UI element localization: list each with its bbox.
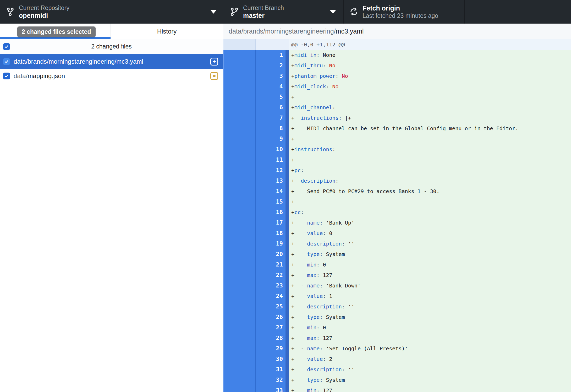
diff-line-content: + instructions: |+ (289, 113, 571, 123)
diff-line-gutter[interactable]: 23 (223, 280, 285, 291)
diff-line[interactable]: 27+ min: 0 (223, 322, 571, 333)
diff-line[interactable]: 8+ MIDI channel can be set in the Global… (223, 123, 571, 134)
diff-line-gutter[interactable]: 15 (223, 197, 285, 207)
diff-line-gutter[interactable]: 26 (223, 312, 285, 322)
repo-forked-icon (6, 7, 15, 17)
diff-line[interactable]: 26+ type: System (223, 312, 571, 322)
diff-line-gutter[interactable]: 31 (223, 364, 285, 375)
diff-line[interactable]: 33+ min: 127 (223, 385, 571, 392)
diff-line[interactable]: 20+ type: System (223, 249, 571, 259)
diff-line-content: + - name: 'Set Toggle (All Presets)' (289, 343, 571, 354)
diff-line[interactable]: 28+ max: 127 (223, 333, 571, 343)
diff-line-gutter[interactable]: 18 (223, 228, 285, 238)
diff-line-gutter[interactable]: 22 (223, 270, 285, 280)
diff-line-gutter[interactable]: 19 (223, 238, 285, 249)
hunk-gutter[interactable] (223, 39, 285, 50)
diff-line-gutter[interactable]: 21 (223, 259, 285, 270)
diff-line-content: + value: 0 (289, 228, 571, 238)
diff-line[interactable]: 17+ - name: 'Bank Up' (223, 217, 571, 228)
gutter-strip (285, 123, 289, 134)
gutter-strip (285, 312, 289, 322)
diff-line[interactable]: 1+midi_in: None (223, 50, 571, 60)
diff-line-gutter[interactable]: 8 (223, 123, 285, 134)
diff-line[interactable]: 13+ description: (223, 176, 571, 186)
file-checkbox[interactable] (3, 73, 10, 79)
branch-name: master (243, 12, 284, 19)
diff-line[interactable]: 7+ instructions: |+ (223, 113, 571, 123)
diff-line-gutter[interactable]: 14 (223, 186, 285, 197)
diff-line-gutter[interactable]: 17 (223, 217, 285, 228)
diff-line[interactable]: 30+ value: 2 (223, 354, 571, 364)
added-file-icon (210, 58, 218, 66)
diff-line[interactable]: 12+pc: (223, 165, 571, 176)
diff-line-gutter[interactable]: 25 (223, 301, 285, 312)
diff-line-gutter[interactable]: 5 (223, 92, 285, 102)
diff-line[interactable]: 14+ Send PC#0 to PC#29 to access Banks 1… (223, 186, 571, 197)
fetch-text: Fetch origin Last fetched 23 minutes ago (363, 4, 438, 19)
diff-line[interactable]: 2+midi_thru: No (223, 60, 571, 71)
file-checkbox[interactable] (3, 58, 10, 65)
diff-line-gutter[interactable]: 3 (223, 71, 285, 81)
diff-line[interactable]: 15+ (223, 197, 571, 207)
gutter-strip (285, 238, 289, 249)
diff-line-gutter[interactable]: 27 (223, 322, 285, 333)
diff-line[interactable]: 18+ value: 0 (223, 228, 571, 238)
diff-line-gutter[interactable]: 20 (223, 249, 285, 259)
line-number: 16 (276, 209, 283, 215)
diff-line[interactable]: 11+ (223, 155, 571, 165)
file-row-mapping-json[interactable]: data/mapping.json (0, 69, 223, 83)
diff-line-content: +midi_in: None (289, 50, 571, 60)
gutter-strip (285, 280, 289, 291)
line-number: 6 (279, 104, 283, 111)
diff-line-gutter[interactable]: 4 (223, 81, 285, 92)
gutter-strip (285, 291, 289, 301)
diff-line[interactable]: 23+ - name: 'Bank Down' (223, 280, 571, 291)
diff-line-gutter[interactable]: 32 (223, 375, 285, 385)
diff-line[interactable]: 3+phantom_power: No (223, 71, 571, 81)
diff-line[interactable]: 6+midi_channel: (223, 102, 571, 113)
diff-line[interactable]: 16+cc: (223, 207, 571, 217)
diff-line-gutter[interactable]: 29 (223, 343, 285, 354)
diff-line-gutter[interactable]: 28 (223, 333, 285, 343)
diff-line[interactable]: 4+midi_clock: No (223, 81, 571, 92)
current-branch-dropdown[interactable]: Current Branch master (224, 0, 344, 24)
sidebar-tabs: History 2 changed files selected (0, 24, 223, 39)
diff-line[interactable]: 25+ description: '' (223, 301, 571, 312)
diff-line-gutter[interactable]: 24 (223, 291, 285, 301)
diff-line-gutter[interactable]: 16 (223, 207, 285, 217)
gutter-strip (285, 207, 289, 217)
file-row-mc3-yaml[interactable]: data/brands/morningstarengineering/mc3.y… (0, 54, 223, 69)
tab-history[interactable]: History (111, 24, 223, 39)
diff-line-gutter[interactable]: 33 (223, 385, 285, 392)
diff-line[interactable]: 31+ description: '' (223, 364, 571, 375)
sync-icon (349, 7, 358, 17)
line-number: 26 (276, 314, 283, 320)
diff-line-gutter[interactable]: 9 (223, 134, 285, 144)
diff-line[interactable]: 21+ min: 0 (223, 259, 571, 270)
diff-line-gutter[interactable]: 13 (223, 176, 285, 186)
diff-line[interactable]: 22+ max: 127 (223, 270, 571, 280)
diff-view[interactable]: @@ -0,0 +1,112 @@1+midi_in: None2+midi_t… (223, 39, 571, 392)
current-repository-dropdown[interactable]: Current Repository openmidi (0, 0, 224, 24)
diff-line[interactable]: 10+instructions: (223, 144, 571, 155)
diff-line-content: + (289, 197, 571, 207)
diff-line-content: + description: (289, 176, 571, 186)
diff-line[interactable]: 9+ (223, 134, 571, 144)
select-all-checkbox[interactable] (3, 43, 10, 50)
fetch-origin-button[interactable]: Fetch origin Last fetched 23 minutes ago (344, 0, 465, 24)
diff-line-gutter[interactable]: 12 (223, 165, 285, 176)
diff-line-gutter[interactable]: 7 (223, 113, 285, 123)
diff-hunk-row[interactable]: @@ -0,0 +1,112 @@ (223, 39, 571, 50)
diff-line-gutter[interactable]: 11 (223, 155, 285, 165)
diff-line-gutter[interactable]: 2 (223, 60, 285, 71)
diff-line[interactable]: 19+ description: '' (223, 238, 571, 249)
line-number: 32 (276, 377, 283, 383)
diff-line[interactable]: 5+ (223, 92, 571, 102)
diff-line-gutter[interactable]: 1 (223, 50, 285, 60)
diff-line[interactable]: 29+ - name: 'Set Toggle (All Presets)' (223, 343, 571, 354)
diff-line-gutter[interactable]: 30 (223, 354, 285, 364)
diff-line[interactable]: 24+ value: 1 (223, 291, 571, 301)
diff-line[interactable]: 32+ type: System (223, 375, 571, 385)
diff-line-gutter[interactable]: 6 (223, 102, 285, 113)
diff-line-gutter[interactable]: 10 (223, 144, 285, 155)
